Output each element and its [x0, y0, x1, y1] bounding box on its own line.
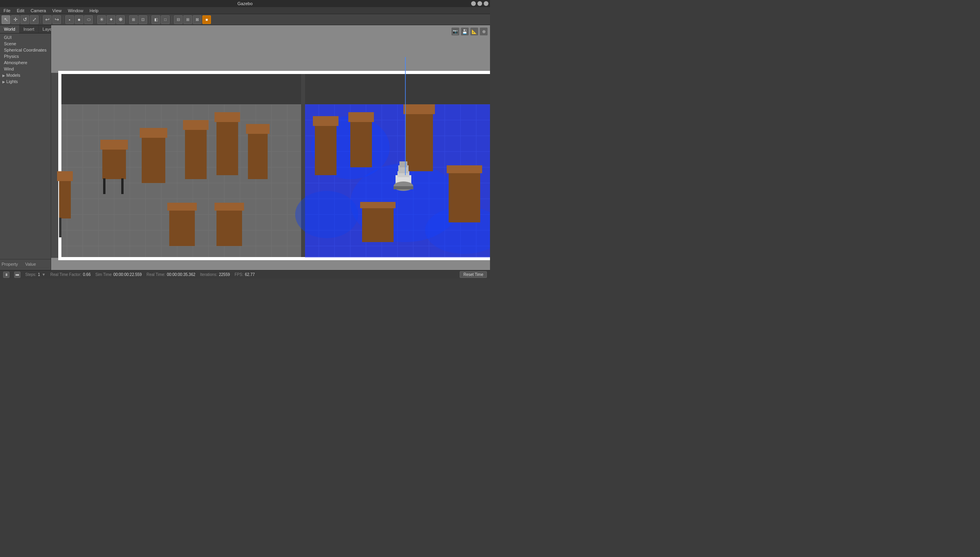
svg-rect-36: [216, 207, 242, 246]
redo-button[interactable]: ↪: [52, 15, 61, 24]
tree-item-atmosphere[interactable]: Atmosphere: [0, 59, 51, 66]
translate-tool[interactable]: ✛: [11, 15, 20, 24]
real-value: 00:00:00:35.362: [167, 272, 195, 277]
separator-6: [172, 16, 172, 23]
svg-rect-56: [394, 186, 413, 189]
fps-label: FPS:: [235, 272, 243, 277]
separator-5: [149, 16, 150, 23]
value-column-header: Value: [25, 262, 49, 266]
sim-value: 00:00:00:22.559: [113, 272, 142, 277]
reset-time-button[interactable]: Reset Time: [460, 271, 487, 278]
menu-camera[interactable]: Camera: [30, 8, 47, 13]
tool-extra4[interactable]: ■: [202, 15, 211, 24]
tree-item-gui[interactable]: GUI: [0, 34, 51, 41]
tree-item-scene[interactable]: Scene: [0, 41, 51, 47]
view-option-icon[interactable]: ⊕: [480, 28, 488, 35]
svg-rect-45: [405, 112, 433, 171]
svg-point-21: [295, 191, 358, 238]
svg-rect-24: [103, 178, 105, 194]
sphere-tool[interactable]: ●: [75, 15, 83, 24]
capture-tool[interactable]: □: [161, 15, 170, 24]
select-tool[interactable]: ↖: [2, 15, 10, 24]
tree-item-wind[interactable]: Wind: [0, 66, 51, 72]
svg-rect-22: [102, 148, 126, 179]
tree-item-lights[interactable]: ▶Lights: [0, 78, 51, 85]
viewport-icons: 📷 💾 📐 ⊕: [451, 28, 488, 35]
separator-2: [63, 16, 63, 23]
iterations-section: Iterations: 22559: [200, 272, 230, 277]
tab-insert[interactable]: Insert: [20, 25, 39, 33]
tool-extra1[interactable]: ⊟: [174, 15, 183, 24]
svg-rect-46: [403, 104, 435, 114]
fps-value: 62.77: [245, 272, 255, 277]
separator-1: [41, 16, 41, 23]
separator-3: [95, 16, 95, 23]
viewport[interactable]: 📷 💾 📐 ⊕: [51, 25, 490, 270]
menu-file[interactable]: File: [2, 8, 12, 13]
close-button[interactable]: [484, 1, 488, 6]
toolbar: ↖ ✛ ↺ ⤢ ↩ ↪ ▪ ● ⬭ ✳ ✦ ❋ ⊞ ⊡ ◧ □ ⊟ ⊞ ⊠ ■: [0, 14, 490, 25]
svg-marker-9: [51, 73, 59, 258]
svg-rect-37: [214, 203, 244, 211]
save-view-icon[interactable]: 💾: [461, 28, 469, 35]
lights-arrow: ▶: [2, 80, 6, 84]
svg-rect-13: [59, 71, 490, 74]
tree-item-physics[interactable]: Physics: [0, 53, 51, 59]
measure-icon[interactable]: 📐: [470, 28, 478, 35]
menu-window[interactable]: Window: [67, 8, 84, 13]
pause-button[interactable]: ⏸: [3, 272, 9, 278]
main-area: World Insert Layers GUI Scene Spherical …: [0, 25, 490, 270]
box-tool[interactable]: ▪: [65, 15, 74, 24]
titlebar: Gazebo: [0, 0, 490, 7]
svg-rect-41: [315, 124, 337, 175]
snap-tool[interactable]: ⊞: [129, 15, 138, 24]
tool-extra3[interactable]: ⊠: [193, 15, 202, 24]
scale-tool[interactable]: ⤢: [30, 15, 39, 24]
properties-panel: Property Value: [0, 259, 51, 270]
rtf-section: Real Time Factor: 0.66: [50, 272, 91, 277]
model-align-tool[interactable]: ⊡: [139, 15, 147, 24]
steps-dropdown-icon[interactable]: ▼: [42, 272, 46, 277]
window-controls: [471, 1, 488, 6]
svg-rect-31: [214, 112, 240, 122]
svg-rect-34: [169, 207, 195, 246]
tree-item-spherical-coordinates[interactable]: Spherical Coordinates: [0, 47, 51, 53]
svg-rect-44: [348, 112, 374, 122]
spot-light-tool[interactable]: ❋: [116, 15, 125, 24]
svg-rect-54: [399, 161, 407, 167]
tool-extra2[interactable]: ⊞: [183, 15, 192, 24]
menubar: File Edit Camera View Window Help: [0, 7, 490, 14]
cylinder-tool[interactable]: ⬭: [84, 15, 93, 24]
svg-rect-38: [59, 179, 71, 218]
svg-rect-26: [142, 136, 165, 183]
svg-rect-49: [362, 207, 394, 242]
steps-label: Steps:: [25, 272, 36, 277]
tabs: World Insert Layers: [0, 25, 51, 33]
svg-rect-39: [57, 171, 73, 181]
svg-rect-42: [313, 116, 338, 126]
tab-world[interactable]: World: [0, 25, 20, 33]
maximize-button[interactable]: [477, 1, 482, 6]
menu-view[interactable]: View: [51, 8, 63, 13]
steps-section: Steps: 1 ▼: [25, 272, 46, 277]
svg-rect-33: [246, 124, 270, 134]
menu-help[interactable]: Help: [89, 8, 100, 13]
sun-light-tool[interactable]: ✳: [97, 15, 106, 24]
sim-time-section: Sim Time 00:00:00:22.559: [95, 272, 142, 277]
point-light-tool[interactable]: ✦: [107, 15, 115, 24]
camera-icon[interactable]: 📷: [451, 28, 459, 35]
record-tool[interactable]: ◧: [152, 15, 160, 24]
rotate-tool[interactable]: ↺: [20, 15, 29, 24]
models-arrow: ▶: [2, 74, 6, 78]
svg-marker-8: [59, 73, 490, 104]
svg-rect-47: [449, 171, 480, 222]
property-column-header: Property: [2, 262, 25, 266]
tree-item-models[interactable]: ▶Models: [0, 72, 51, 78]
menu-edit[interactable]: Edit: [16, 8, 26, 13]
real-label: Real Time:: [146, 272, 165, 277]
svg-rect-28: [185, 128, 207, 179]
step-button[interactable]: ⏭: [14, 272, 20, 278]
fps-section: FPS: 62.77: [235, 272, 255, 277]
minimize-button[interactable]: [471, 1, 476, 6]
undo-button[interactable]: ↩: [43, 15, 52, 24]
